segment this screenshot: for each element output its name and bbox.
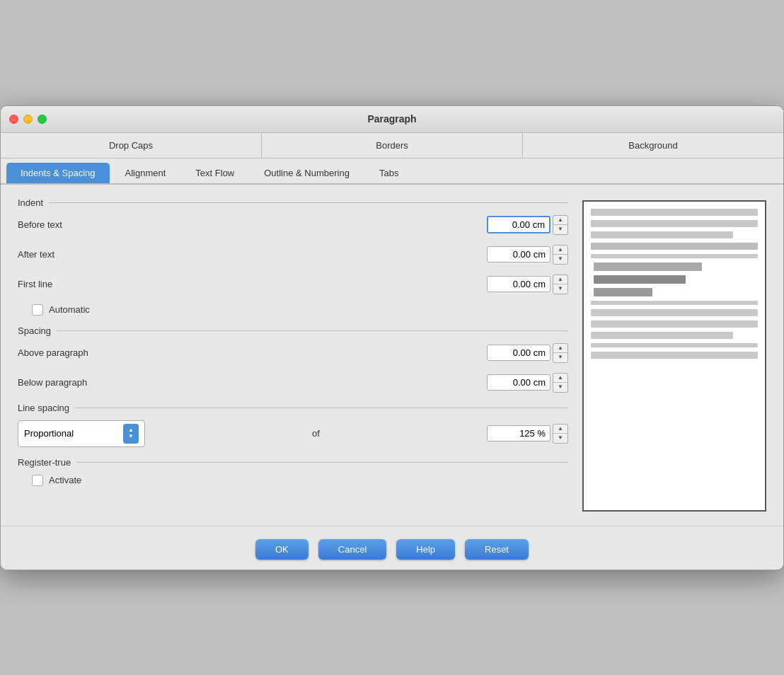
after-text-input-group: ▲ ▼ — [487, 245, 568, 265]
help-button[interactable]: Help — [396, 539, 455, 560]
line-spacing-up[interactable]: ▲ — [553, 425, 567, 434]
automatic-label: Automatic — [49, 304, 90, 315]
first-line-label: First line — [18, 279, 159, 289]
line-spacing-down[interactable]: ▼ — [553, 434, 567, 443]
line-spacing-select-value: Proportional — [24, 428, 74, 439]
register-true-section: Register-true Activate — [18, 457, 568, 486]
preview-line-13 — [591, 343, 758, 347]
activate-label: Activate — [49, 475, 81, 485]
first-line-input-group: ▲ ▼ — [487, 275, 568, 294]
first-line-input[interactable] — [487, 276, 550, 292]
automatic-checkbox[interactable] — [32, 304, 43, 316]
preview-line-1 — [591, 209, 758, 216]
line-spacing-row: Proportional ▲ ▼ of ▲ — [18, 420, 568, 447]
preview-line-2 — [591, 220, 758, 227]
tab-drop-caps[interactable]: Drop Caps — [1, 133, 262, 158]
spacing-section: Spacing Above paragraph ▲ ▼ — [18, 325, 568, 393]
after-text-spinner[interactable]: ▲ ▼ — [553, 245, 568, 265]
below-paragraph-spinner[interactable]: ▲ ▼ — [553, 373, 568, 393]
preview-line-10 — [591, 309, 758, 316]
close-button[interactable] — [9, 115, 18, 124]
first-line-row: First line ▲ ▼ — [18, 275, 568, 294]
first-line-up[interactable]: ▲ — [553, 275, 567, 285]
tab-tabs[interactable]: Tabs — [365, 163, 413, 183]
window-title: Paragraph — [367, 113, 416, 125]
bottom-tab-row: Indents & Spacing Alignment Text Flow Ou… — [1, 158, 783, 185]
before-text-label: Before text — [18, 219, 159, 230]
preview-line-6 — [594, 262, 702, 271]
maximize-button[interactable] — [38, 115, 47, 124]
above-paragraph-input[interactable] — [487, 345, 550, 361]
below-paragraph-up[interactable]: ▲ — [553, 374, 567, 383]
register-true-header: Register-true — [18, 457, 568, 468]
after-text-up[interactable]: ▲ — [553, 246, 567, 255]
top-tab-row: Drop Caps Borders Background — [1, 133, 783, 158]
tab-outline-numbering[interactable]: Outline & Numbering — [250, 163, 364, 183]
before-text-row: Before text ▲ ▼ — [18, 215, 568, 235]
before-text-input-group: ▲ ▼ — [487, 215, 568, 235]
before-text-down[interactable]: ▼ — [553, 225, 567, 234]
line-spacing-header: Line spacing — [18, 403, 568, 413]
preview-line-14 — [591, 352, 758, 359]
spacing-header: Spacing — [18, 325, 568, 336]
tab-alignment[interactable]: Alignment — [111, 163, 180, 183]
first-line-spinner[interactable]: ▲ ▼ — [553, 275, 568, 294]
line-spacing-select-group: Proportional ▲ ▼ — [18, 420, 145, 447]
ok-button[interactable]: OK — [255, 539, 309, 560]
below-paragraph-input[interactable] — [487, 374, 550, 391]
cancel-button[interactable]: Cancel — [318, 539, 386, 560]
preview-line-4 — [591, 243, 758, 250]
after-text-input[interactable] — [487, 246, 550, 262]
main-content: Indent Before text ▲ ▼ Af — [1, 185, 783, 526]
preview-line-7 — [594, 275, 686, 284]
after-text-label: After text — [18, 249, 159, 260]
line-spacing-spinner[interactable]: ▲ ▼ — [553, 424, 568, 444]
indent-header: Indent — [18, 197, 568, 208]
above-paragraph-down[interactable]: ▼ — [553, 353, 567, 362]
automatic-row: Automatic — [18, 304, 568, 316]
before-text-input[interactable] — [487, 216, 550, 233]
first-line-down[interactable]: ▼ — [553, 284, 567, 294]
before-text-spinner[interactable]: ▲ ▼ — [553, 215, 568, 235]
line-spacing-select-btn[interactable]: ▲ ▼ — [123, 424, 139, 444]
preview-line-8 — [594, 288, 652, 296]
below-paragraph-label: Below paragraph — [18, 377, 159, 388]
title-bar: Paragraph — [1, 106, 783, 133]
below-paragraph-down[interactable]: ▼ — [553, 383, 567, 392]
line-spacing-section: Line spacing Proportional ▲ ▼ of — [18, 403, 568, 447]
form-area: Indent Before text ▲ ▼ Af — [18, 197, 568, 512]
traffic-lights — [9, 115, 47, 124]
after-text-row: After text ▲ ▼ — [18, 245, 568, 265]
above-paragraph-label: Above paragraph — [18, 347, 159, 358]
tab-borders[interactable]: Borders — [262, 133, 523, 158]
reset-button[interactable]: Reset — [465, 539, 529, 560]
after-text-down[interactable]: ▼ — [553, 255, 567, 264]
preview-line-12 — [591, 332, 733, 339]
preview-line-11 — [591, 321, 758, 328]
below-paragraph-row: Below paragraph ▲ ▼ — [18, 373, 568, 393]
preview-line-5 — [591, 254, 758, 258]
form-preview-area: Indent Before text ▲ ▼ Af — [18, 197, 766, 512]
preview-line-3 — [591, 231, 733, 238]
indent-section: Indent Before text ▲ ▼ Af — [18, 197, 568, 316]
of-label: of — [145, 428, 487, 439]
line-spacing-select[interactable]: Proportional ▲ ▼ — [18, 420, 145, 447]
tab-text-flow[interactable]: Text Flow — [181, 163, 248, 183]
above-paragraph-input-group: ▲ ▼ — [487, 343, 568, 363]
tab-indents-spacing[interactable]: Indents & Spacing — [6, 163, 110, 183]
paragraph-dialog: Paragraph Drop Caps Borders Background I… — [0, 105, 784, 570]
activate-checkbox[interactable] — [32, 475, 43, 486]
chevron-down-icon: ▼ — [128, 434, 134, 439]
line-spacing-value-input[interactable] — [487, 425, 550, 442]
above-paragraph-up[interactable]: ▲ — [553, 344, 567, 354]
activate-row: Activate — [18, 475, 568, 486]
line-spacing-value-group: ▲ ▼ — [487, 424, 568, 444]
above-paragraph-spinner[interactable]: ▲ ▼ — [553, 343, 568, 363]
minimize-button[interactable] — [23, 115, 33, 124]
above-paragraph-row: Above paragraph ▲ ▼ — [18, 343, 568, 363]
paragraph-preview — [582, 200, 766, 512]
tab-background[interactable]: Background — [523, 133, 783, 158]
before-text-up[interactable]: ▲ — [553, 216, 567, 226]
dialog-footer: OK Cancel Help Reset — [1, 526, 783, 570]
chevron-up-icon: ▲ — [128, 427, 134, 433]
